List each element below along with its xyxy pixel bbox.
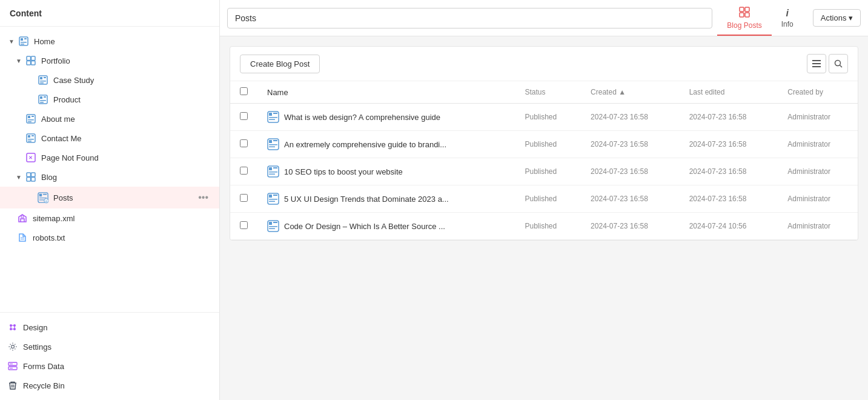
tree-toggle-portfolio[interactable]: ▼: [15, 56, 23, 65]
select-all-checkbox[interactable]: [240, 87, 248, 95]
row-checkbox-cell: [230, 131, 257, 158]
sidebar-item-page-not-found[interactable]: ▶ ✕ Page Not Found: [0, 148, 219, 167]
row-last-edited-cell: 2024-07-23 16:58: [680, 104, 778, 131]
tab-info[interactable]: i Info: [772, 0, 803, 36]
table-row[interactable]: Code Or Design – Which Is A Better Sourc…: [230, 213, 858, 240]
col-last-edited: Last edited: [680, 81, 778, 104]
post-row-icon: [267, 138, 279, 150]
post-row-icon: [267, 220, 279, 232]
svg-rect-22: [28, 119, 34, 121]
sidebar-item-label-sitemap: sitemap.xml: [33, 214, 212, 223]
svg-rect-5: [27, 56, 31, 61]
search-button[interactable]: [829, 54, 848, 73]
case-study-icon: [38, 75, 48, 85]
row-created-cell: 2024-07-23 16:58: [581, 131, 680, 158]
row-status-cell: Published: [515, 185, 581, 213]
row-name-cell[interactable]: 5 UX UI Design Trends that Dominate 2023…: [257, 185, 515, 213]
svg-rect-21: [31, 116, 34, 117]
table-row[interactable]: 10 SEO tips to boost your website Publis…: [230, 158, 858, 185]
actions-button[interactable]: Actions ▾: [813, 9, 861, 27]
sidebar-header: Content: [0, 0, 219, 27]
row-checkbox[interactable]: [240, 139, 248, 147]
sidebar-item-label-about-me: About me: [41, 115, 212, 124]
sidebar-item-sitemap[interactable]: sitemap.xml: [0, 208, 219, 228]
svg-rect-87: [269, 222, 272, 225]
table-row[interactable]: 5 UX UI Design Trends that Dominate 2023…: [230, 185, 858, 213]
svg-rect-7: [27, 61, 31, 65]
blog-posts-tab-icon: [739, 7, 750, 20]
table-row[interactable]: An extremely comprehensive guide to bran…: [230, 131, 858, 158]
row-checkbox[interactable]: [240, 112, 248, 120]
post-row-icon: [267, 165, 279, 178]
row-created-by-cell: Administrator: [778, 213, 858, 240]
svg-rect-36: [39, 194, 42, 197]
row-last-edited-cell: 2024-07-23 16:58: [680, 185, 778, 213]
col-created-by: Created by: [778, 81, 858, 104]
title-input[interactable]: [227, 8, 712, 28]
table-row[interactable]: What is web design? A comprehensive guid…: [230, 104, 858, 131]
sidebar-item-contact-me[interactable]: ▶ Contact Me: [0, 128, 219, 148]
svg-rect-10: [40, 77, 42, 79]
svg-rect-6: [31, 56, 36, 61]
tree-toggle-blog[interactable]: ▼: [15, 173, 23, 181]
post-row-icon: [267, 111, 279, 123]
row-name-cell[interactable]: Code Or Design – Which Is A Better Sourc…: [257, 213, 515, 240]
sidebar-item-settings[interactable]: Settings: [0, 337, 219, 356]
tab-blog-posts[interactable]: Blog Posts: [717, 0, 771, 36]
sidebar-item-blog[interactable]: ▼ Blog: [0, 167, 219, 187]
topbar-tabs: Blog Posts i Info: [717, 0, 803, 36]
sidebar-item-recycle-bin[interactable]: Recycle Bin: [0, 376, 219, 395]
posts-table: Name Status Created ▲ Last edited Create: [230, 81, 858, 240]
view-list-button[interactable]: [807, 54, 826, 73]
sidebar: Content ▼ Home ▼ Portfolio ▶ Case Study: [0, 0, 220, 400]
svg-rect-11: [44, 77, 46, 78]
row-created-cell: 2024-07-23 16:58: [581, 158, 680, 185]
sidebar-item-posts[interactable]: ▶ ⚙ Posts •••: [0, 187, 219, 208]
create-blog-post-button[interactable]: Create Blog Post: [240, 55, 320, 73]
col-name: Name: [257, 81, 515, 104]
row-name-cell[interactable]: What is web design? A comprehensive guid…: [257, 104, 515, 131]
row-name-cell[interactable]: An extremely comprehensive guide to bran…: [257, 131, 515, 158]
sidebar-item-case-study[interactable]: ▶ Case Study: [0, 70, 219, 90]
home-page-icon: [18, 36, 29, 47]
row-name-cell[interactable]: 10 SEO tips to boost your website: [257, 158, 515, 185]
sidebar-item-about-me[interactable]: ▶ About me: [0, 109, 219, 128]
row-checkbox[interactable]: [240, 221, 248, 229]
svg-rect-62: [812, 63, 821, 64]
row-last-edited-cell: 2024-07-24 10:56: [680, 213, 778, 240]
svg-rect-82: [269, 195, 272, 198]
card-toolbar-right: [807, 54, 848, 73]
col-created[interactable]: Created ▲: [581, 81, 680, 104]
row-created-cell: 2024-07-23 16:58: [581, 104, 680, 131]
contact-me-icon: [25, 133, 36, 144]
settings-icon: [7, 341, 18, 352]
sidebar-item-forms-data[interactable]: Forms Data: [0, 356, 219, 376]
row-checkbox-cell: [230, 213, 257, 240]
svg-rect-13: [40, 82, 44, 84]
svg-rect-32: [31, 173, 36, 177]
sidebar-item-label-posts: Posts: [53, 193, 194, 202]
svg-point-48: [13, 328, 16, 330]
svg-rect-58: [740, 13, 744, 17]
svg-rect-28: [28, 141, 31, 142]
sidebar-item-portfolio[interactable]: ▼ Portfolio: [0, 51, 219, 70]
tab-blog-posts-label: Blog Posts: [727, 21, 761, 30]
sidebar-item-robots[interactable]: robots.txt: [0, 228, 219, 247]
svg-point-45: [10, 324, 12, 327]
sidebar-item-home[interactable]: ▼ Home: [0, 32, 219, 51]
svg-rect-88: [273, 222, 277, 223]
card-toolbar: Create Blog Post: [230, 47, 858, 81]
posts-more-button[interactable]: •••: [194, 191, 212, 204]
tree-toggle-home[interactable]: ▼: [7, 37, 16, 45]
row-checkbox[interactable]: [240, 194, 248, 202]
sidebar-item-label-settings: Settings: [23, 342, 212, 352]
svg-rect-60: [745, 13, 749, 17]
sidebar-item-label-page-not-found: Page Not Found: [41, 153, 212, 162]
row-checkbox[interactable]: [240, 167, 248, 175]
row-status-cell: Published: [515, 213, 581, 240]
sidebar-item-design[interactable]: Design: [0, 318, 219, 337]
sidebar-item-product[interactable]: ▶ Product: [0, 90, 219, 109]
row-name: 10 SEO tips to boost your website: [284, 167, 403, 176]
row-checkbox-cell: [230, 185, 257, 213]
row-name: An extremely comprehensive guide to bran…: [284, 140, 446, 149]
